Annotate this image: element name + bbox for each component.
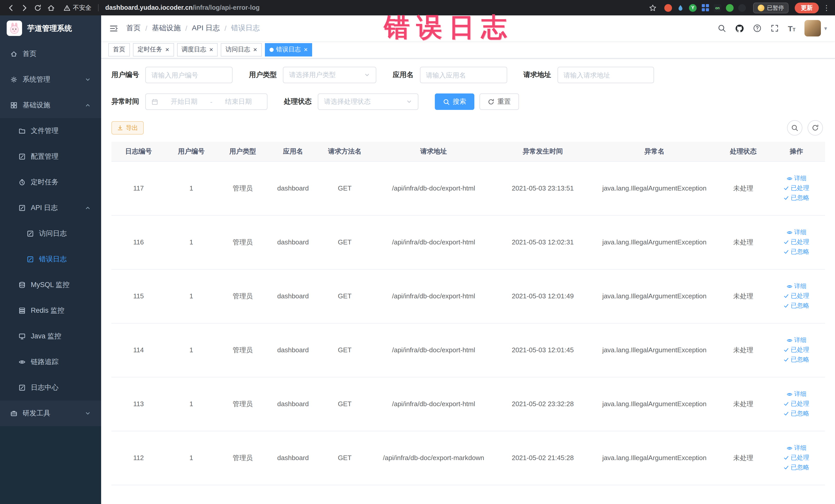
ignored-link[interactable]: 已忽略 (770, 301, 823, 311)
breadcrumb-item[interactable]: 首页 (126, 24, 141, 33)
extension-icon-3[interactable]: Y (689, 4, 697, 12)
sidebar-item-link-tracing[interactable]: 链路追踪 (0, 349, 101, 375)
action-label: 已处理 (791, 399, 809, 409)
ignored-link[interactable]: 已忽略 (770, 409, 823, 419)
home-icon[interactable] (45, 2, 57, 13)
sidebar-item-scheduled-tasks[interactable]: 定时任务 (0, 169, 101, 195)
browser-menu-icon[interactable]: ⋮ (823, 4, 830, 12)
chevron-up-icon (85, 102, 91, 108)
tab-item[interactable]: 定时任务× (133, 43, 174, 56)
cell-url: /api/infra/db-doc/export-html (372, 323, 495, 377)
extension-icon-4[interactable] (701, 4, 709, 12)
processed-link[interactable]: 已处理 (770, 183, 823, 193)
sidebar-item-log-center[interactable]: 日志中心 (0, 375, 101, 401)
processed-link[interactable]: 已处理 (770, 453, 823, 463)
user-menu[interactable]: ▾ (805, 20, 827, 37)
tab-item[interactable]: 首页 (108, 43, 130, 56)
sidebar-menu: 首页系统管理基础设施文件管理配置管理定时任务API 日志访问日志错误日志MySQ… (0, 41, 101, 504)
search-button[interactable]: 搜索 (435, 94, 474, 110)
reset-button[interactable]: 重置 (480, 94, 519, 110)
detail-link[interactable]: 详细 (770, 389, 823, 399)
github-icon[interactable] (735, 24, 744, 33)
main-area: 首页/基础设施/API 日志/错误日志 TT (101, 15, 835, 504)
tab-item[interactable]: 访问日志× (221, 43, 262, 56)
address-bar[interactable]: dashboard.yudao.iocoder.cn/infra/log/api… (105, 4, 645, 11)
sidebar-item-redis-monitor[interactable]: Redis 监控 (0, 298, 101, 323)
close-icon[interactable]: × (165, 46, 169, 53)
cell-user-id: 1 (166, 161, 217, 215)
app-logo[interactable]: 芋道管理系统 (0, 15, 101, 41)
fullscreen-icon[interactable] (771, 24, 779, 32)
sidebar-item-error-log[interactable]: 错误日志 (0, 246, 101, 272)
tags-bar: 首页定时任务×调度日志×访问日志×错误日志× (101, 41, 835, 59)
cell-method: GET (318, 215, 372, 269)
top-navbar: 首页/基础设施/API 日志/错误日志 TT (101, 15, 835, 41)
bookmark-star-icon[interactable] (647, 2, 658, 13)
column-header: 日志编号 (111, 142, 166, 161)
filter-buttons: 搜索 重置 (435, 94, 519, 110)
home-icon (10, 50, 18, 58)
sidebar-item-api-logs[interactable]: API 日志 (0, 195, 101, 221)
detail-link[interactable]: 详细 (770, 335, 823, 345)
sidebar-item-file-management[interactable]: 文件管理 (0, 118, 101, 144)
reload-icon[interactable] (32, 2, 43, 13)
help-icon[interactable] (753, 24, 761, 32)
ignored-link[interactable]: 已忽略 (770, 193, 823, 203)
forward-icon[interactable] (19, 2, 30, 13)
sidebar-item-config-management[interactable]: 配置管理 (0, 144, 101, 169)
browser-update-button[interactable]: 更新 (795, 2, 819, 13)
detail-link[interactable]: 详细 (770, 227, 823, 237)
sidebar-item-access-log[interactable]: 访问日志 (0, 221, 101, 246)
detail-link[interactable]: 详细 (770, 281, 823, 291)
cell-id: 116 (111, 215, 166, 269)
cell-user-type: 管理员 (217, 377, 268, 431)
request-url-input[interactable] (564, 71, 648, 79)
toggle-search-button[interactable] (787, 120, 802, 136)
sidebar-toggle-icon[interactable] (109, 24, 118, 33)
breadcrumb-item[interactable]: API 日志 (192, 24, 220, 33)
search-icon[interactable] (718, 24, 726, 32)
processed-link[interactable]: 已处理 (770, 237, 823, 247)
processed-link[interactable]: 已处理 (770, 399, 823, 409)
export-button[interactable]: 导出 (111, 121, 144, 135)
extension-icon-2[interactable] (677, 4, 684, 12)
extension-icon-7[interactable] (738, 4, 746, 12)
sidebar-item-mysql-monitor[interactable]: MySQL 监控 (0, 272, 101, 298)
extension-icon-6[interactable] (726, 4, 734, 12)
processed-link[interactable]: 已处理 (770, 345, 823, 355)
back-icon[interactable] (5, 2, 16, 13)
cell-time: 2021-05-02 23:32:28 (495, 377, 590, 431)
font-size-icon[interactable]: TT (788, 24, 795, 32)
extension-icon-5[interactable]: on (714, 4, 721, 12)
close-icon[interactable]: × (253, 46, 257, 53)
sidebar-item-java-monitor[interactable]: Java 监控 (0, 323, 101, 349)
extension-icon-1[interactable] (664, 4, 672, 12)
ignored-link[interactable]: 已忽略 (770, 247, 823, 257)
tampermonkey-paused-badge[interactable]: 已暂停 (753, 2, 789, 13)
user-type-select[interactable]: 请选择用户类型 (283, 67, 376, 83)
cell-url: /api/infra/db-doc/export-html (372, 377, 495, 431)
sidebar-item-system-management[interactable]: 系统管理 (0, 67, 101, 93)
sidebar-item-home[interactable]: 首页 (0, 41, 101, 67)
detail-link[interactable]: 详细 (770, 174, 823, 183)
close-icon[interactable]: × (304, 46, 308, 53)
tab-item[interactable]: 调度日志× (177, 43, 218, 56)
sidebar-item-dev-tools[interactable]: 研发工具 (0, 401, 101, 426)
breadcrumb-item[interactable]: 基础设施 (152, 24, 181, 33)
processed-link[interactable]: 已处理 (770, 291, 823, 301)
refresh-button[interactable] (808, 120, 823, 136)
cell-status: 未处理 (719, 377, 768, 431)
app-name-input[interactable] (426, 71, 501, 79)
close-icon[interactable]: × (209, 46, 213, 53)
date-range-picker[interactable]: 开始日期 - 结束日期 (145, 94, 267, 110)
process-status-select[interactable]: 请选择处理状态 (318, 94, 419, 110)
ignored-link[interactable]: 已忽略 (770, 355, 823, 365)
user-id-input[interactable] (151, 71, 226, 79)
tab-item[interactable]: 错误日志× (265, 43, 312, 56)
detail-link[interactable]: 详细 (770, 443, 823, 453)
sidebar-item-infrastructure[interactable]: 基础设施 (0, 93, 101, 118)
ignored-link[interactable]: 已忽略 (770, 463, 823, 472)
site-security-chip[interactable]: 不安全 (64, 3, 91, 12)
table-row: 1171管理员dashboardGET/api/infra/db-doc/exp… (111, 161, 825, 215)
cell-status: 未处理 (719, 323, 768, 377)
